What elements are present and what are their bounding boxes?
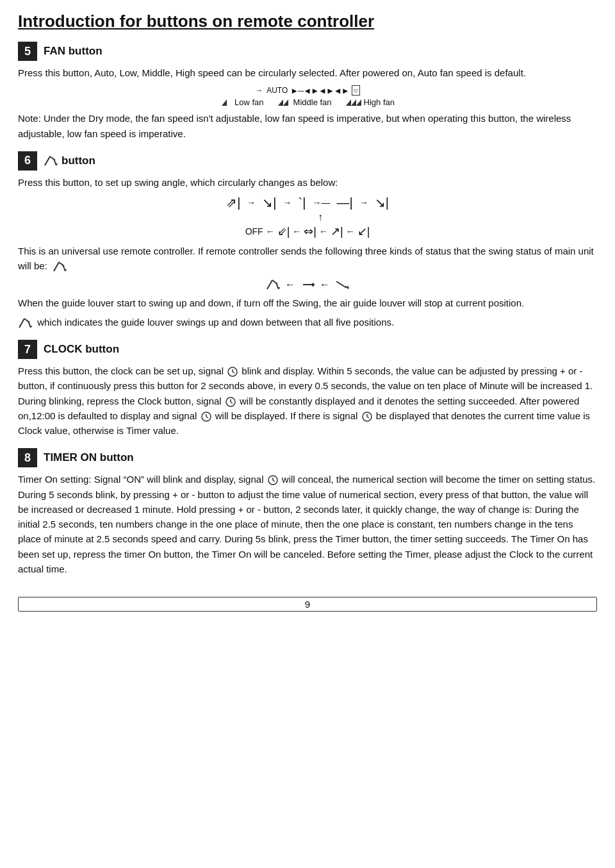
section8-para1: Timer On setting: Signal “ON” will blink…	[18, 472, 597, 576]
svg-marker-0	[222, 99, 227, 106]
section7-heading: 7 CLOCK button	[18, 340, 597, 359]
svg-marker-1	[278, 99, 283, 106]
swing-status-icons: ← ←	[18, 279, 597, 290]
svg-line-40	[367, 417, 369, 418]
section6-heading: 6 button	[18, 151, 597, 171]
section5-number: 5	[18, 42, 37, 61]
section7-title: CLOCK button	[44, 343, 119, 356]
page-title: Introduction for buttons on remote contr…	[18, 12, 597, 31]
svg-marker-3	[346, 99, 351, 106]
section6-number: 6	[18, 151, 37, 171]
section8-number: 8	[18, 448, 37, 467]
section8-heading: 8 TIMER ON button	[18, 448, 597, 467]
section8-title: TIMER ON button	[44, 451, 134, 464]
svg-marker-4	[351, 99, 356, 106]
section6-para1: Press this button, to set up swing angle…	[18, 175, 597, 190]
section6-title: button	[62, 154, 95, 167]
page-number-wrapper: 9	[18, 585, 597, 612]
auto-label: AUTO	[266, 86, 288, 95]
svg-line-6	[45, 156, 50, 165]
svg-line-22	[336, 281, 347, 288]
svg-line-37	[206, 417, 208, 418]
section5-title: FAN button	[44, 45, 102, 58]
section5-para1: Press this button, Auto, Low, Middle, Hi…	[18, 65, 597, 80]
section7-number: 7	[18, 340, 37, 359]
svg-line-10	[54, 262, 59, 271]
middle-fan-label: Middle fan	[277, 97, 332, 107]
svg-line-14	[267, 280, 272, 289]
section7-para1: Press this button, the clock can be set …	[18, 363, 597, 438]
svg-line-43	[273, 480, 275, 481]
section6-para2: This is an universal use remote controll…	[18, 244, 597, 274]
section6-para3: When the guide louver start to swing up …	[18, 296, 597, 310]
section5-note: Note: Under the Dry mode, the fan speed …	[18, 111, 597, 141]
fan-speed-diagram: → AUTO ►─◄►◄►◄► ○ Low fan Middle fan Hig…	[18, 85, 597, 107]
svg-line-25	[19, 319, 24, 328]
svg-marker-5	[356, 99, 361, 106]
swing-angle-diagram: ⇗| → ↘| → `| →― —| → ↘| ↑ OFF ← ⇙| ← ⇔| …	[18, 195, 597, 238]
svg-marker-2	[283, 99, 288, 106]
svg-line-34	[231, 402, 233, 403]
high-fan-label: High fan	[345, 97, 395, 107]
section5-heading: 5 FAN button	[18, 42, 597, 61]
section6-para4: which indicates the guide louver swings …	[18, 315, 597, 330]
page-number: 9	[18, 597, 597, 612]
svg-line-31	[233, 372, 234, 373]
low-fan-label: Low fan	[220, 97, 264, 107]
